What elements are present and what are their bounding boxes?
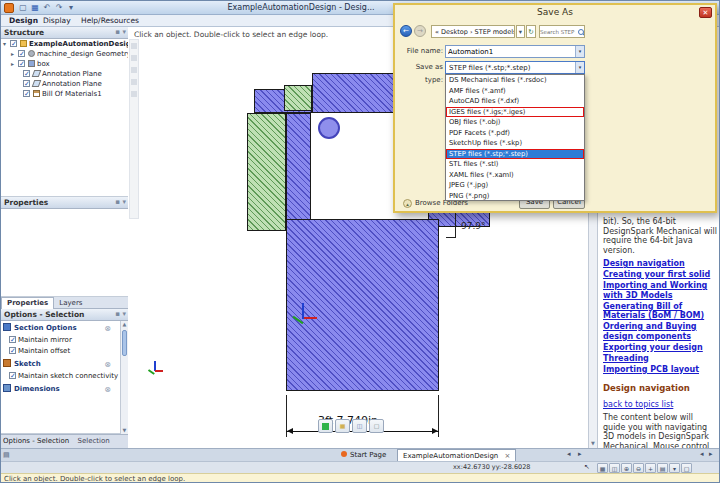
grid-toggle-button[interactable]: ◫ [352,419,367,433]
options-group-dimensions[interactable]: Dimensions⊗ [1,384,113,395]
shaded-view-icon[interactable]: ▦ [597,463,608,473]
view-options-icon[interactable]: ▾ [669,463,680,473]
grid-icon[interactable]: ▤ [657,463,668,473]
menu-help-resources[interactable]: Help/Resources [81,15,139,26]
forward-button[interactable]: → [414,25,426,37]
expander-icon[interactable] [11,59,18,69]
tree-item-label[interactable]: ExampleAutomationDesign [29,40,136,48]
expander-icon[interactable] [11,49,18,59]
close-icon[interactable]: ✕ [699,7,712,18]
file-type-option[interactable]: JPEG (*.jpg) [446,180,584,191]
visibility-checkbox[interactable] [23,90,30,97]
breadcrumb[interactable]: « Desktop › STEP models [431,25,515,38]
help-link[interactable]: Threading [603,354,717,364]
tree-item-label[interactable]: Bill Of Materials1 [42,90,102,98]
visibility-checkbox[interactable] [18,50,25,57]
angle-dimension[interactable]: 97.9° [461,221,486,231]
redo-icon[interactable]: ↷ [54,3,64,13]
scroll-up-icon[interactable]: ▲ [121,321,128,328]
search-icon[interactable] [578,29,584,35]
zoom-in-icon[interactable]: ⊕ [621,463,632,473]
tree-item-label[interactable]: machine_design Geometry [37,50,131,58]
tab-scroll-left-icon[interactable]: ◂ [567,450,571,458]
snap-toggle-button[interactable]: ▢ [369,419,384,433]
checkbox[interactable] [9,372,16,379]
select-cursor-icon[interactable]: ↖ [584,463,590,471]
menu-design[interactable]: Design [9,15,38,26]
options-group-sketch[interactable]: Sketch⊗ [1,359,113,370]
section-view-button[interactable] [318,419,333,433]
save-as-type-combo[interactable]: STEP files (*.stp;*.step) ▾ [445,61,585,74]
tree-item-annotation-plane[interactable]: Annotation Plane [1,69,128,79]
part-face-green-insert[interactable] [284,85,312,111]
orientation-triad[interactable] [292,303,318,329]
search-box[interactable] [539,25,585,38]
panel-scroll-right-icon[interactable]: ▸ [709,450,713,458]
panel-scroll-left-icon[interactable]: ◂ [700,450,704,458]
back-to-topics-link[interactable]: back to topics list [603,400,673,409]
option-maintain-sketch-connectivity[interactable]: Maintain sketch connectivity [1,371,113,382]
fit-view-icon[interactable]: ▢ [681,463,692,473]
chevron-down-icon[interactable]: ▾ [575,62,584,73]
help-link[interactable]: Importing PCB layout [603,365,717,375]
back-button[interactable]: ← [400,25,412,37]
tree-item-geometry[interactable]: machine_design Geometry [1,49,128,59]
part-face-green-wall[interactable] [247,113,286,231]
file-type-option[interactable]: SketchUp files (*.skp) [446,138,584,149]
help-link[interactable]: Ordering and Buying design components [603,322,717,341]
pin-icon[interactable]: ▪ ▾ [115,309,126,320]
file-name-input[interactable] [448,47,572,57]
split-view-icon[interactable]: ◫ [609,463,620,473]
close-tab-icon[interactable]: × [505,452,511,460]
ghost-toolbar[interactable] [129,39,139,219]
pan-icon[interactable]: + [645,463,656,473]
chevron-down-icon[interactable]: ▾ [575,46,584,57]
quickbar-more-icon[interactable]: ▾ [66,3,76,13]
file-type-option[interactable]: XAML files (*.xaml) [446,170,584,181]
visibility-checkbox[interactable] [23,70,30,77]
collapse-group-icon[interactable]: ⊗ [104,384,111,395]
footer-panel-name[interactable]: Options - Selection [3,437,69,445]
file-name-combo[interactable]: ▾ [445,45,585,58]
tree-item-bom[interactable]: Bill Of Materials1 [1,89,128,99]
part-hole[interactable] [318,117,340,139]
checkbox[interactable] [9,336,16,343]
help-link[interactable]: Exporting your design [603,343,717,353]
tab-label[interactable]: Start Page [350,451,386,459]
help-link[interactable]: Generating Bill of Materials (BoM / BOM) [603,302,717,321]
file-type-option[interactable]: DS Mechanical files (*.rsdoc) [446,75,584,86]
tree-item-label[interactable]: box [37,60,50,68]
part-face-left-column[interactable] [286,113,311,221]
scroll-down-icon[interactable]: ▼ [121,427,128,434]
file-type-option[interactable]: OBJ files (*.obj) [446,117,584,128]
visibility-checkbox[interactable] [18,60,25,67]
search-input[interactable] [540,27,576,38]
file-type-option[interactable]: PNG (*.png) [446,191,584,202]
pin-icon[interactable]: ▪ ▾ [115,27,126,38]
undo-icon[interactable]: ↶ [42,3,52,13]
collapse-group-icon[interactable]: ⊗ [104,323,111,334]
plan-view-button[interactable]: ▦ [335,419,350,433]
browse-folders-icon[interactable]: ▴ [403,199,412,208]
zoom-out-icon[interactable]: ⊖ [633,463,644,473]
tree-item-annotation-plane[interactable]: Annotation Plane [1,79,128,89]
visibility-checkbox[interactable] [10,40,17,47]
file-type-option-step-selected[interactable]: STEP files (*.stp;*.step) [446,149,584,160]
tab-label[interactable]: ExampleAutomationDesign [403,452,498,460]
expander-icon[interactable] [3,39,10,49]
option-maintain-offset[interactable]: Maintain offset [1,346,113,357]
file-type-option[interactable]: AutoCAD files (*.dxf) [446,96,584,107]
file-type-option[interactable]: STL files (*.stl) [446,159,584,170]
option-maintain-mirror[interactable]: Maintain mirror [1,335,113,346]
tree-item-box[interactable]: box [1,59,128,69]
new-doc-icon[interactable]: ▢ [18,3,28,13]
tab-properties[interactable]: Properties [1,297,54,309]
help-link[interactable]: Importing and Working with 3D Models [603,281,717,300]
file-type-option-iges[interactable]: IGES files (*.igs;*.iges) [446,107,584,118]
tree-item-label[interactable]: Annotation Plane [42,80,102,88]
dialog-titlebar[interactable]: Save As ✕ [395,5,715,21]
help-link[interactable]: Design navigation [603,259,717,269]
breadcrumb-dropdown-icon[interactable]: ▾ [516,25,525,38]
help-link[interactable]: Creating your first solid [603,270,717,280]
tree-item-design[interactable]: ExampleAutomationDesign [1,39,128,49]
